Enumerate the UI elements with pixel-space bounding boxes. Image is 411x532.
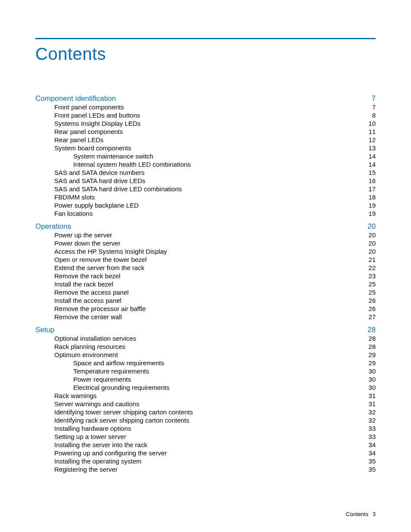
toc-entry-label: Remove the processor air baffle	[54, 305, 146, 312]
toc-entry[interactable]: Identifying tower server shipping carton…	[54, 407, 376, 415]
toc-entry[interactable]: Remove the processor air baffle26	[54, 304, 376, 312]
toc-entry-page: 20	[365, 223, 376, 230]
toc-entry-label: Rack planning resources	[54, 343, 125, 350]
toc-entry-label: Access the HP Systems Insight Display	[54, 248, 167, 255]
toc-entry[interactable]: Power up the server20	[54, 230, 376, 238]
toc-entry-label: Rear panel components	[54, 128, 123, 135]
toc-entry[interactable]: Power supply backplane LED19	[54, 200, 376, 208]
toc-entry-page: 19	[365, 210, 376, 217]
toc-entry[interactable]: Space and airflow requirements29	[73, 358, 376, 366]
toc-entry-label: Server warnings and cautions	[54, 401, 140, 407]
toc-entry[interactable]: FBDIMM slots18	[54, 192, 376, 200]
toc-entry-page: 34	[365, 442, 376, 448]
toc-entry-page: 26	[365, 297, 376, 304]
toc-entry[interactable]: Installing hardware options33	[54, 423, 376, 432]
table-of-contents: Component identification7Front panel com…	[35, 95, 376, 473]
toc-entry-page: 30	[365, 384, 376, 391]
page-title: Contents	[35, 44, 376, 64]
toc-entry[interactable]: Remove the rack bezel23	[54, 271, 376, 279]
toc-entry[interactable]: Optional installation services28	[54, 333, 376, 342]
toc-entry-page: 15	[365, 169, 376, 176]
toc-entry-page: 7	[365, 104, 376, 110]
toc-entry[interactable]: Installing the server into the rack34	[54, 440, 376, 448]
toc-entry[interactable]: Extend the server from the rack22	[54, 263, 376, 271]
toc-entry-label: Internal system health LED combinations	[73, 161, 191, 168]
footer-page-number: 3	[373, 511, 376, 517]
toc-entry[interactable]: SAS and SATA device numbers15	[54, 168, 376, 176]
footer: Contents 3	[346, 511, 376, 517]
toc-section-heading[interactable]: Operations20	[35, 223, 376, 230]
toc-entry[interactable]: Powering up and configuring the server34	[54, 448, 376, 456]
toc-entry-page: 23	[365, 273, 376, 279]
toc-entry-label: Installing the operating system	[54, 458, 142, 464]
toc-entry[interactable]: Install the access panel26	[54, 296, 376, 304]
toc-entry-page: 18	[365, 194, 376, 200]
toc-entry[interactable]: Fan locations19	[54, 208, 376, 217]
top-rule	[35, 38, 376, 39]
toc-entry[interactable]: Rear panel components11	[54, 127, 376, 135]
toc-entry-label: Install the access panel	[54, 297, 121, 304]
toc-entry-page: 34	[365, 450, 376, 456]
toc-entry-page: 32	[365, 409, 376, 415]
toc-entry-page: 33	[365, 425, 376, 432]
toc-entry[interactable]: Internal system health LED combinations1…	[73, 159, 376, 168]
toc-entry-label: Front panel components	[54, 104, 124, 110]
toc-entry-label: Power requirements	[73, 376, 131, 383]
toc-entry-label: System board components	[54, 145, 131, 151]
toc-entry-label: SAS and SATA hard drive LED combinations	[54, 186, 182, 192]
toc-entry[interactable]: Setting up a tower server33	[54, 432, 376, 440]
toc-entry-label: Rear panel LEDs	[54, 137, 103, 143]
page: Contents Component identification7Front …	[0, 0, 411, 532]
toc-entry-label: SAS and SATA hard drive LEDs	[54, 177, 145, 184]
toc-entry[interactable]: Temperature requirements30	[73, 366, 376, 374]
toc-entry[interactable]: Installing the operating system35	[54, 456, 376, 464]
toc-entry-label: Component identification	[35, 95, 116, 102]
toc-entry-page: 17	[365, 186, 376, 192]
toc-entry-page: 19	[365, 202, 376, 208]
toc-entry-page: 29	[365, 352, 376, 358]
toc-entry-label: Open or remove the tower bezel	[54, 256, 146, 263]
toc-entry-page: 20	[365, 232, 376, 238]
toc-entry[interactable]: Front panel LEDs and buttons8	[54, 110, 376, 118]
toc-entry[interactable]: Optimum environment29	[54, 350, 376, 358]
toc-entry-page: 35	[365, 466, 376, 473]
toc-entry[interactable]: Remove the center wall27	[54, 312, 376, 320]
toc-entry[interactable]: SAS and SATA hard drive LED combinations…	[54, 184, 376, 192]
toc-section: Component identification7Front panel com…	[35, 95, 376, 217]
toc-entry-label: Optional installation services	[54, 335, 136, 342]
toc-entry[interactable]: System board components13	[54, 143, 376, 151]
toc-entry[interactable]: Systems Insight Display LEDs10	[54, 118, 376, 127]
toc-entry[interactable]: Registering the server35	[54, 464, 376, 473]
toc-entry[interactable]: Power down the server20	[54, 238, 376, 246]
toc-entry[interactable]: Access the HP Systems Insight Display20	[54, 246, 376, 255]
toc-entry-label: Extend the server from the rack	[54, 264, 144, 271]
toc-entry[interactable]: System maintenance switch14	[73, 151, 376, 159]
toc-entry-label: Power down the server	[54, 240, 120, 246]
toc-entry[interactable]: Identifying rack server shipping carton …	[54, 415, 376, 423]
toc-entry[interactable]: Electrical grounding requirements30	[73, 383, 376, 391]
toc-entry[interactable]: Remove the access panel25	[54, 287, 376, 296]
toc-entry-label: Remove the rack bezel	[54, 273, 120, 279]
toc-entry[interactable]: Rear panel LEDs12	[54, 135, 376, 143]
toc-entry[interactable]: Rack planning resources28	[54, 342, 376, 350]
toc-entry[interactable]: Install the rack bezel25	[54, 279, 376, 287]
toc-entry[interactable]: Open or remove the tower bezel21	[54, 255, 376, 263]
toc-entry[interactable]: Front panel components7	[54, 102, 376, 110]
toc-entry-page: 35	[365, 458, 376, 464]
toc-entry-page: 30	[365, 376, 376, 383]
toc-entry-label: Electrical grounding requirements	[73, 384, 169, 391]
toc-entry[interactable]: Power requirements30	[73, 374, 376, 383]
toc-entry-label: Identifying rack server shipping carton …	[54, 417, 190, 423]
toc-entry[interactable]: Rack warnings31	[54, 391, 376, 399]
toc-section-heading[interactable]: Component identification7	[35, 95, 376, 102]
toc-entry-page: 13	[365, 145, 376, 151]
toc-entry[interactable]: SAS and SATA hard drive LEDs16	[54, 176, 376, 184]
toc-entry-label: Temperature requirements	[73, 368, 149, 374]
toc-entry-page: 25	[365, 281, 376, 287]
toc-entry-page: 28	[365, 343, 376, 350]
toc-entry[interactable]: Server warnings and cautions31	[54, 399, 376, 407]
toc-entry-page: 14	[365, 153, 376, 159]
toc-entry-label: Installing hardware options	[54, 425, 131, 432]
toc-section-heading[interactable]: Setup28	[35, 326, 376, 333]
footer-label: Contents	[346, 511, 368, 517]
